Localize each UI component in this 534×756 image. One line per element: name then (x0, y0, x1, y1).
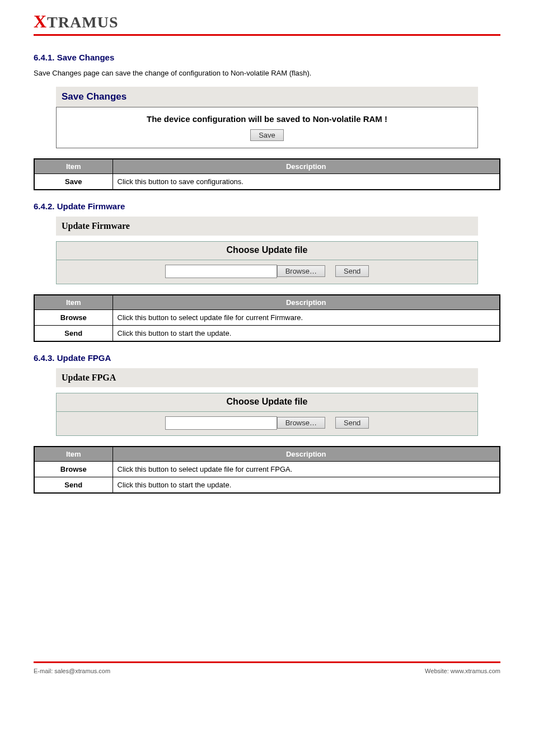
table-row: Browse Click this button to select updat… (34, 309, 500, 325)
firmware-file-input[interactable] (165, 265, 277, 278)
cell-value: Click this button to select update file … (113, 309, 500, 325)
table-row: Send Click this button to start the upda… (34, 477, 500, 493)
section-heading-fpga: 6.4.3. Update FPGA (34, 353, 500, 363)
firmware-box-title: Choose Update file (57, 242, 477, 260)
cell-key: Send (34, 477, 113, 493)
firmware-browse-button[interactable]: Browse… (277, 265, 325, 277)
col-header-item: Item (34, 447, 113, 462)
firmware-send-button[interactable]: Send (335, 265, 369, 277)
cell-key: Browse (34, 461, 113, 477)
col-header-item: Item (34, 295, 113, 310)
fpga-send-button[interactable]: Send (335, 417, 369, 429)
cell-key: Save (34, 173, 113, 190)
cell-value: Click this button to save configurations… (113, 173, 500, 190)
logo-rest: TRAMUS (47, 13, 118, 31)
save-intro-text: Save Changes page can save the change of… (34, 68, 500, 79)
logo-x: X (34, 11, 47, 31)
cell-key: Send (34, 325, 113, 341)
col-header-desc: Description (113, 447, 500, 462)
footer-email: E-mail: sales@xtramus.com (34, 668, 110, 674)
cell-value: Click this button to start the update. (113, 477, 500, 493)
footer-website: Website: www.xtramus.com (425, 668, 500, 674)
save-panel-title: Save Changes (56, 87, 478, 107)
update-firmware-panel: Update Firmware Choose Update file Brows… (56, 217, 478, 284)
fpga-file-box: Choose Update file Browse… Send (56, 393, 478, 436)
col-header-item: Item (34, 159, 113, 174)
cell-key: Browse (34, 309, 113, 325)
cell-value: Click this button to start the update. (113, 325, 500, 341)
page-footer: E-mail: sales@xtramus.com Website: www.x… (34, 661, 500, 674)
table-row: Send Click this button to start the upda… (34, 325, 500, 341)
brand-logo: XTRAMUS (34, 11, 500, 32)
save-message: The device configuration will be saved t… (57, 111, 477, 129)
save-changes-panel: Save Changes The device configuration wi… (56, 87, 478, 148)
update-fpga-panel: Update FPGA Choose Update file Browse… S… (56, 368, 478, 436)
firmware-description-table: Item Description Browse Click this butto… (34, 294, 500, 342)
fpga-description-table: Item Description Browse Click this butto… (34, 446, 500, 494)
save-button[interactable]: Save (250, 129, 284, 141)
fpga-box-title: Choose Update file (57, 393, 477, 412)
firmware-panel-title: Update Firmware (56, 217, 478, 236)
fpga-browse-button[interactable]: Browse… (277, 417, 325, 429)
table-row: Save Click this button to save configura… (34, 173, 500, 190)
fpga-panel-title: Update FPGA (56, 368, 478, 387)
col-header-desc: Description (113, 159, 500, 174)
save-description-table: Item Description Save Click this button … (34, 158, 500, 190)
fpga-file-input[interactable] (165, 416, 277, 430)
col-header-desc: Description (113, 295, 500, 310)
save-box: The device configuration will be saved t… (56, 107, 478, 148)
header-divider (34, 34, 500, 36)
firmware-file-box: Choose Update file Browse… Send (56, 241, 478, 284)
section-heading-firmware: 6.4.2. Update Firmware (34, 201, 500, 211)
section-heading-save: 6.4.1. Save Changes (34, 53, 500, 62)
table-row: Browse Click this button to select updat… (34, 461, 500, 477)
cell-value: Click this button to select update file … (113, 461, 500, 477)
